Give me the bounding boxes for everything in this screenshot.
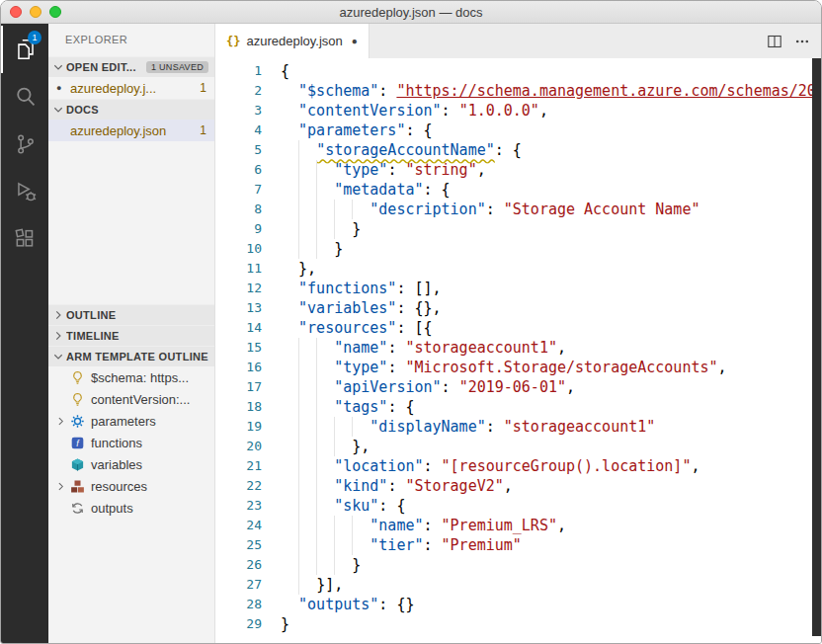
tab-azuredeploy-json[interactable]: {} azuredeploy.json ● — [215, 24, 370, 58]
minimize-window-button[interactable] — [30, 6, 41, 18]
line-number[interactable]: 11 — [215, 259, 262, 279]
code-line-content: "kind": "StorageV2", — [281, 476, 513, 496]
outline-section-header[interactable]: OUTLINE — [48, 304, 214, 325]
line-number[interactable]: 13 — [215, 298, 262, 318]
line-number[interactable]: 12 — [215, 279, 262, 298]
docs-folder-header[interactable]: DOCS — [48, 99, 214, 120]
line-number[interactable]: 15 — [215, 338, 262, 358]
indent-guide — [316, 160, 317, 180]
line-number[interactable]: 8 — [215, 200, 262, 219]
code-line[interactable]: 4 "parameters": { — [215, 121, 821, 140]
line-number[interactable]: 17 — [215, 377, 262, 397]
code-line[interactable]: 18 "tags": { — [215, 397, 821, 417]
code-line[interactable]: 8 "description": "Storage Account Name" — [215, 200, 821, 219]
arm-outline-item-parameters[interactable]: parameters — [48, 410, 214, 432]
line-number[interactable]: 2 — [215, 81, 262, 101]
line-number[interactable]: 16 — [215, 358, 262, 377]
line-number[interactable]: 21 — [215, 456, 262, 476]
code-line[interactable]: 22 "kind": "StorageV2", — [215, 476, 821, 496]
code-line[interactable]: 28 "outputs": {} — [215, 595, 821, 614]
code-line[interactable]: 26 } — [215, 555, 821, 575]
line-number[interactable]: 29 — [215, 614, 262, 634]
file-item-azuredeploy-json[interactable]: azuredeploy.json 1 — [48, 120, 214, 141]
activity-item-source-control[interactable] — [1, 121, 48, 168]
code-line[interactable]: 1{ — [215, 61, 821, 81]
timeline-section-header[interactable]: TIMELINE — [48, 325, 214, 346]
arm-outline-item-variables[interactable]: variables — [48, 453, 214, 475]
indent-guide — [316, 516, 317, 535]
code-line[interactable]: 6 "type": "string", — [215, 160, 821, 180]
code-line[interactable]: 17 "apiVersion": "2019-06-01", — [215, 377, 821, 397]
code-line[interactable]: 20 }, — [215, 437, 821, 456]
line-number[interactable]: 10 — [215, 239, 262, 259]
code-line[interactable]: 16 "type": "Microsoft.Storage/storageAcc… — [215, 358, 821, 377]
code-line[interactable]: 24 "name": "Premium_LRS", — [215, 516, 821, 535]
code-line[interactable]: 9 } — [215, 219, 821, 239]
code-line[interactable]: 3 "contentVersion": "1.0.0.0", — [215, 101, 821, 121]
arm-outline-item-schema-https[interactable]: $schema: https... — [48, 366, 214, 388]
code-line[interactable]: 2 "$schema": "https://schema.management.… — [215, 81, 821, 101]
open-editor-item-azuredeploy[interactable]: ● azuredeploy.j... 1 — [48, 77, 214, 99]
code-line[interactable]: 27 }], — [215, 575, 821, 595]
line-number[interactable]: 4 — [215, 121, 262, 140]
line-number[interactable]: 9 — [215, 219, 262, 239]
code-line[interactable]: 10 } — [215, 239, 821, 259]
code-line[interactable]: 14 "resources": [{ — [215, 318, 821, 338]
code-line[interactable]: 29} — [215, 614, 821, 634]
code-line[interactable]: 15 "name": "storageaccount1", — [215, 338, 821, 358]
timeline-label: TIMELINE — [66, 330, 208, 342]
activity-item-search[interactable] — [1, 73, 48, 121]
line-number[interactable]: 26 — [215, 555, 262, 575]
editor-scrollbar[interactable] — [812, 58, 821, 636]
resource-icon — [68, 479, 86, 494]
code-line[interactable]: 23 "sku": { — [215, 496, 821, 516]
code-line[interactable]: 5 "storageAccountName": { — [215, 140, 821, 160]
more-actions-button[interactable] — [794, 34, 810, 49]
open-editors-header[interactable]: OPEN EDIT... 1 UNSAVED — [48, 56, 214, 77]
indent-guide — [352, 417, 353, 437]
activity-item-extensions[interactable] — [1, 215, 48, 263]
line-number[interactable]: 27 — [215, 575, 262, 595]
code-editor[interactable]: 1{2 "$schema": "https://schema.managemen… — [215, 58, 821, 643]
close-window-button[interactable] — [10, 6, 22, 18]
activity-item-explorer[interactable]: 1 — [1, 26, 48, 73]
tree-item-label: parameters — [86, 414, 156, 429]
code-line[interactable]: 21 "location": "[resourceGroup().locatio… — [215, 456, 821, 476]
line-number[interactable]: 6 — [215, 160, 262, 180]
arm-outline-item-resources[interactable]: resources — [48, 475, 214, 497]
line-number[interactable]: 19 — [215, 417, 262, 437]
indent-guide — [316, 200, 317, 219]
activity-item-run-and-debug[interactable] — [1, 168, 48, 215]
indent-guide — [316, 397, 317, 417]
line-number[interactable]: 22 — [215, 476, 262, 496]
indent-guide — [316, 535, 317, 555]
split-editor-button[interactable] — [767, 34, 782, 49]
arm-outline-item-outputs[interactable]: outputs — [48, 497, 214, 519]
arm-outline-item-contentversion[interactable]: contentVersion:... — [48, 388, 214, 410]
arm-outline-item-functions[interactable]: ffunctions — [48, 432, 214, 453]
code-line[interactable]: 25 "tier": "Premium" — [215, 535, 821, 555]
line-number[interactable]: 24 — [215, 516, 262, 535]
code-line[interactable]: 11 }, — [215, 259, 821, 279]
code-line[interactable]: 7 "metadata": { — [215, 180, 821, 200]
code-line[interactable]: 13 "variables": {}, — [215, 298, 821, 318]
tab-bar: {} azuredeploy.json ● — [215, 24, 821, 58]
line-number[interactable]: 25 — [215, 535, 262, 555]
line-number[interactable]: 28 — [215, 595, 262, 614]
function-icon: f — [68, 436, 86, 450]
code-line[interactable]: 12 "functions": [], — [215, 279, 821, 298]
line-number[interactable]: 20 — [215, 437, 262, 456]
tree-item-label: $schema: https... — [86, 370, 189, 385]
line-number[interactable]: 7 — [215, 180, 262, 200]
code-line[interactable]: 19 "displayName": "storageaccount1" — [215, 417, 821, 437]
arm-template-outline-header[interactable]: ARM TEMPLATE OUTLINE — [48, 346, 214, 366]
line-number[interactable]: 14 — [215, 318, 262, 338]
zoom-window-button[interactable] — [49, 6, 61, 18]
code-line-content: }], — [281, 575, 343, 595]
line-number[interactable]: 18 — [215, 397, 262, 417]
line-number[interactable]: 1 — [215, 61, 262, 81]
line-number[interactable]: 5 — [215, 140, 262, 160]
arm-template-outline-tree: $schema: https...contentVersion:...param… — [48, 366, 214, 519]
line-number[interactable]: 23 — [215, 496, 262, 516]
line-number[interactable]: 3 — [215, 101, 262, 121]
